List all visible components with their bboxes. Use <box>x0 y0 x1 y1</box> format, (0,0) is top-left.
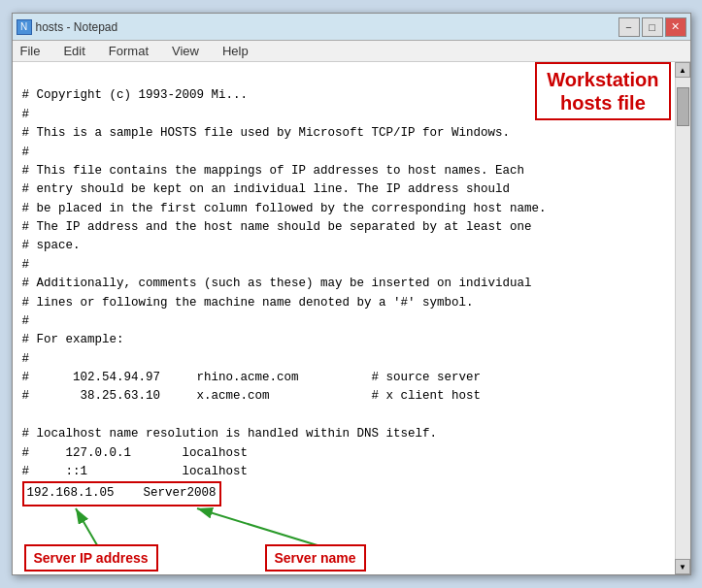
line11: # Additionally, comments (such as these)… <box>22 277 532 290</box>
menu-format[interactable]: Format <box>105 42 152 60</box>
hosts-entry-line: 192.168.1.05 Server2008 <box>22 481 221 506</box>
title-bar: N hosts - Notepad − □ ✕ <box>13 14 690 41</box>
line9: # space. <box>22 239 81 252</box>
line3: # This is a sample HOSTS file used by Mi… <box>22 126 511 140</box>
line20: # 127.0.0.1 localhost <box>22 446 249 460</box>
line15: # <box>22 352 30 366</box>
entry-ip: 192.168.1.05 <box>27 486 115 500</box>
line7: # be placed in the first column followed… <box>22 202 547 215</box>
line1: # Copyright (c) 1993-2009 Mi... <box>22 88 249 102</box>
line4: # <box>22 146 30 159</box>
menu-view[interactable]: View <box>168 42 203 60</box>
menu-file[interactable]: File <box>17 42 45 60</box>
line5: # This file contains the mappings of IP … <box>22 164 525 178</box>
line14: # For example: <box>22 333 124 346</box>
content-area: Workstationhosts file # Copyright (c) 19… <box>13 62 690 574</box>
title-bar-left: N hosts - Notepad <box>17 19 118 35</box>
hosts-file-text[interactable]: # Copyright (c) 1993-2009 Mi... # # This… <box>13 62 675 574</box>
window-title: hosts - Notepad <box>36 20 118 34</box>
menu-help[interactable]: Help <box>218 42 252 60</box>
minimize-button[interactable]: − <box>618 17 640 37</box>
workstation-annotation-text: Workstationhosts file <box>547 69 658 114</box>
maximize-button[interactable]: □ <box>642 17 663 37</box>
line21: # ::1 localhost <box>22 465 249 478</box>
app-icon: N <box>17 19 32 35</box>
workstation-annotation-box: Workstationhosts file <box>535 62 670 120</box>
vertical-scrollbar[interactable]: ▲ ▼ <box>675 62 690 574</box>
line12: # lines or following the machine name de… <box>22 296 474 310</box>
line10: # <box>22 258 30 272</box>
window-controls: − □ ✕ <box>618 17 686 37</box>
scroll-up-arrow[interactable]: ▲ <box>675 62 690 78</box>
menu-bar: File Edit Format View Help <box>13 41 690 62</box>
line16: # 102.54.94.97 rhino.acme.com # source s… <box>22 371 482 384</box>
line17: # 38.25.63.10 x.acme.com # x client host <box>22 389 482 403</box>
line2: # <box>22 108 30 121</box>
entry-servername: Server2008 <box>144 486 217 500</box>
notepad-window: N hosts - Notepad − □ ✕ File Edit Format… <box>12 13 691 575</box>
close-button[interactable]: ✕ <box>665 17 686 37</box>
scrollbar-track[interactable] <box>676 78 690 559</box>
line19: # localhost name resolution is handled w… <box>22 427 438 441</box>
menu-edit[interactable]: Edit <box>59 42 88 60</box>
line6: # entry should be kept on an individual … <box>22 182 511 196</box>
scrollbar-thumb[interactable] <box>677 87 689 126</box>
line8: # The IP address and the host name shoul… <box>22 220 532 234</box>
line13: # <box>22 314 30 328</box>
scroll-down-arrow[interactable]: ▼ <box>675 559 690 574</box>
